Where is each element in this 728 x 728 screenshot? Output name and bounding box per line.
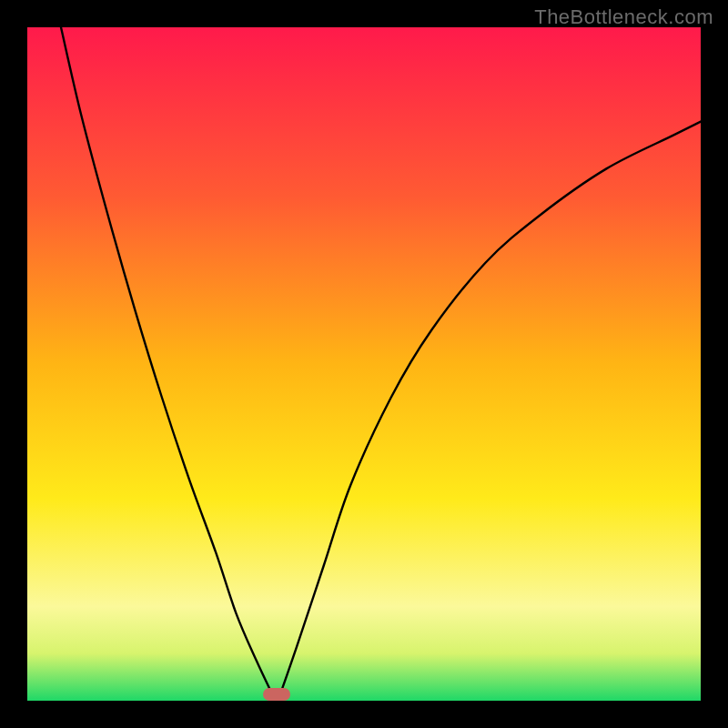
plot-area [27, 27, 701, 701]
chart-frame: TheBottleneck.com [0, 0, 728, 728]
watermark-text: TheBottleneck.com [534, 5, 713, 29]
gradient-background [27, 27, 701, 701]
vertex-marker [263, 688, 290, 701]
svg-rect-0 [27, 27, 701, 701]
